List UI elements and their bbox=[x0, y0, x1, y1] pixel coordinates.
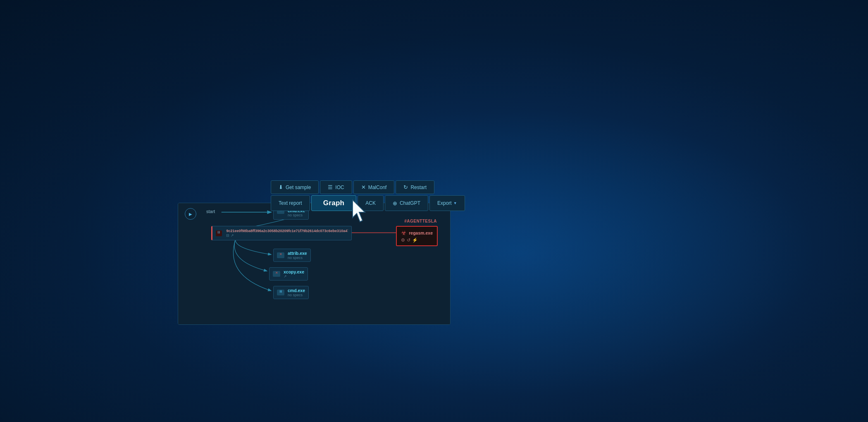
graph-area[interactable]: ▶ start ⊞ cmd.exe no specs ⊟ 9c21ee0f98b… bbox=[178, 203, 450, 324]
ack-button[interactable]: ACK bbox=[358, 195, 384, 211]
node-regasm[interactable]: ☣ regasm.exe ⚙ ↺ ⚡ bbox=[396, 226, 438, 246]
chatgpt-button[interactable]: ⊕ ChatGPT bbox=[385, 195, 428, 211]
download-icon: ⬇ bbox=[279, 184, 283, 190]
agenttesla-label: #AGENTTESLA bbox=[404, 219, 437, 223]
ioc-label: IOC bbox=[335, 185, 344, 190]
regasm-icons: ⚙ ↺ ⚡ bbox=[401, 237, 433, 243]
node-bat[interactable]: ⊟ 9c21ee0f98ba8ff396a2c3058b20209fc1e71f… bbox=[211, 226, 352, 240]
biohazard-icon: ☣ bbox=[401, 229, 406, 237]
restart-button[interactable]: ↻ Restart bbox=[396, 180, 434, 194]
attrib-icon: ✕ bbox=[277, 252, 284, 258]
xcopy-icon: ✕ bbox=[273, 271, 280, 277]
chatgpt-label: ChatGPT bbox=[400, 200, 420, 206]
graph-label: Graph bbox=[323, 199, 345, 207]
get-sample-label: Get sample bbox=[286, 185, 311, 190]
bat-icons: ⊟ ↗ bbox=[226, 233, 348, 237]
graph-panel: ▶ start ⊞ cmd.exe no specs ⊟ 9c21ee0f98b… bbox=[178, 203, 451, 325]
play-icon: ▶ bbox=[189, 212, 192, 216]
node-attrib[interactable]: ✕ attrib.exe no specs bbox=[273, 249, 311, 262]
toolbar-row2: Text report Graph ACK ⊕ ChatGPT Export ▼ bbox=[271, 195, 465, 211]
node-xcopy[interactable]: ✕ xcopy.exe ↗ bbox=[269, 267, 308, 281]
toolbar: ⬇ Get sample ☰ IOC ✕ MalConf ↻ Restart T… bbox=[271, 180, 465, 211]
bat-icon: ⊟ bbox=[216, 230, 222, 236]
text-report-button[interactable]: Text report bbox=[271, 195, 310, 211]
ioc-button[interactable]: ☰ IOC bbox=[320, 180, 352, 194]
text-report-label: Text report bbox=[279, 200, 302, 206]
graph-button[interactable]: Graph bbox=[311, 195, 357, 211]
attrib-sub: no specs bbox=[288, 256, 307, 260]
cmd-bot-sub: no specs bbox=[288, 293, 305, 297]
chatgpt-icon: ⊕ bbox=[393, 200, 397, 206]
cross-icon: ✕ bbox=[361, 184, 366, 190]
export-label: Export bbox=[437, 200, 452, 206]
bat-name: 9c21ee0f98ba8ff396a2c3058b20209fc1e71f79… bbox=[226, 229, 348, 233]
play-button[interactable]: ▶ bbox=[185, 208, 196, 220]
malconf-button[interactable]: ✕ MalConf bbox=[353, 180, 395, 194]
export-button[interactable]: Export ▼ bbox=[429, 195, 465, 211]
cmd-bot-icon: ⊞ bbox=[277, 290, 284, 295]
cmd-bot-name: cmd.exe bbox=[288, 288, 305, 293]
restart-label: Restart bbox=[410, 185, 427, 190]
restart-icon: ↻ bbox=[403, 184, 408, 190]
node-cmd-bottom[interactable]: ⊞ cmd.exe no specs bbox=[273, 286, 309, 299]
attrib-name: attrib.exe bbox=[288, 251, 307, 256]
list-icon: ☰ bbox=[328, 184, 333, 190]
start-label: start bbox=[206, 209, 215, 214]
get-sample-button[interactable]: ⬇ Get sample bbox=[271, 180, 319, 194]
xcopy-sub: ↗ bbox=[284, 274, 304, 278]
toolbar-row1: ⬇ Get sample ☰ IOC ✕ MalConf ↻ Restart bbox=[271, 180, 465, 194]
ack-label: ACK bbox=[365, 200, 376, 206]
cmd-top-sub: no specs bbox=[288, 213, 305, 217]
xcopy-name: xcopy.exe bbox=[284, 269, 304, 274]
malconf-label: MalConf bbox=[368, 185, 387, 190]
caret-down-icon: ▼ bbox=[453, 201, 457, 205]
regasm-name: regasm.exe bbox=[409, 230, 433, 235]
